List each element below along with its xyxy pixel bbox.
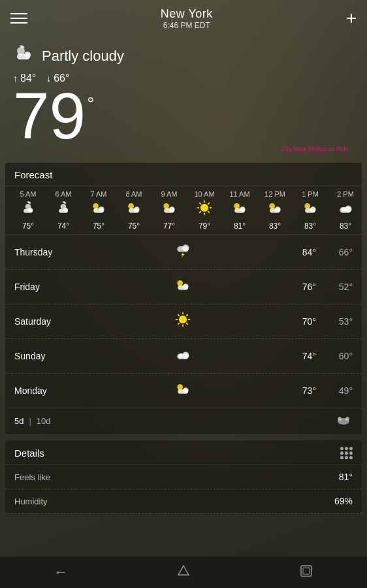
daily-day-name: Thursday [14, 247, 73, 257]
svg-point-43 [182, 245, 189, 252]
svg-point-11 [99, 206, 104, 212]
hourly-item: 12 PM 83° [257, 190, 293, 231]
current-temperature: 79 [13, 83, 86, 148]
app-header: New York 6:46 PM EDT + [0, 0, 367, 37]
hourly-icon [337, 199, 354, 220]
daily-icon [73, 346, 293, 367]
daily-high: 70° [293, 316, 316, 327]
hourly-temp: 79° [199, 221, 210, 231]
10day-link[interactable]: 10d [37, 416, 51, 426]
daily-icon [73, 276, 293, 297]
svg-point-14 [134, 206, 140, 212]
svg-point-47 [183, 284, 189, 290]
hourly-scroll[interactable]: 5 AM 75° 6 AM 74° 7 AM 75° 8 AM 75° 9 AM… [5, 186, 362, 235]
hourly-temp: 83° [304, 221, 316, 231]
hourly-time: 2 PM [337, 190, 354, 198]
daily-day-name: Monday [14, 385, 73, 396]
hourly-time: 10 AM [194, 190, 214, 198]
svg-line-25 [208, 203, 210, 204]
svg-point-9 [93, 203, 99, 209]
condition-label: Partly cloudy [42, 48, 124, 65]
svg-line-53 [178, 315, 180, 317]
svg-point-30 [269, 203, 275, 209]
svg-point-18 [200, 204, 208, 212]
svg-line-24 [208, 211, 210, 213]
detail-item: Feels like 81° [5, 465, 362, 489]
degree-symbol: ° [87, 93, 94, 114]
hourly-time: 5 AM [20, 190, 36, 198]
hourly-time: 12 PM [264, 190, 285, 198]
svg-point-29 [240, 206, 246, 212]
hourly-row: 5 AM 75° 6 AM 74° 7 AM 75° 8 AM 75° 9 AM… [5, 186, 362, 235]
hourly-temp: 75° [22, 221, 34, 231]
hourly-temp: 81° [234, 221, 246, 231]
daily-high: 73° [293, 385, 316, 396]
forecast-period-links: 5d | 10d [14, 416, 51, 426]
daily-row: Saturday 70° 53° [5, 304, 362, 339]
weather-source-icon [334, 414, 353, 429]
svg-point-17 [169, 206, 175, 212]
hourly-temp: 74° [57, 221, 69, 231]
detail-value: 81° [339, 472, 353, 482]
hourly-temp: 83° [340, 221, 351, 231]
hourly-icon [125, 199, 142, 220]
detail-label: Feels like [14, 472, 50, 482]
5day-link[interactable]: 5d [14, 416, 24, 426]
daily-temps: 73° 49° [293, 385, 353, 396]
hourly-icon [55, 199, 72, 220]
hourly-item: 5 AM 75° [10, 190, 46, 231]
daily-row: Thursday 84° 66° [5, 235, 362, 270]
daily-day-name: Saturday [14, 316, 73, 327]
add-location-button[interactable]: + [346, 9, 357, 27]
svg-point-66 [339, 417, 341, 419]
hourly-time: 6 AM [55, 190, 71, 198]
daily-low: 66° [329, 247, 353, 257]
hourly-item: 10 AM 79° [187, 190, 222, 231]
hourly-item: 6 AM 74° [46, 190, 81, 231]
svg-point-27 [234, 203, 240, 209]
daily-temps: 84° 66° [293, 247, 353, 257]
hourly-item: 11 AM 81° [222, 190, 257, 231]
menu-button[interactable] [10, 13, 27, 24]
hourly-item: 8 AM 75° [116, 190, 152, 231]
hourly-icon [266, 199, 283, 220]
svg-point-2 [24, 52, 31, 58]
hourly-temp: 83° [269, 221, 281, 231]
daily-low: 60° [329, 351, 353, 361]
svg-line-54 [186, 323, 188, 325]
svg-point-32 [275, 206, 281, 212]
current-condition-icon [13, 42, 37, 70]
svg-point-59 [179, 354, 184, 359]
details-panel: Details Feels like 81° Humidity 69% [5, 440, 362, 514]
svg-point-62 [183, 388, 189, 394]
daily-icon [73, 311, 293, 332]
hourly-time: 9 AM [161, 190, 177, 198]
hourly-icon [161, 199, 178, 220]
condition-row: Partly cloudy [13, 42, 354, 70]
hourly-time: 7 AM [90, 190, 106, 198]
svg-point-38 [342, 207, 346, 212]
svg-point-8 [63, 208, 68, 212]
detail-label: Humidity [14, 497, 48, 506]
daily-day-name: Friday [14, 282, 73, 292]
svg-point-45 [177, 280, 183, 286]
daily-forecast: Thursday 84° 66° Friday 76° 52° Saturday… [5, 235, 362, 408]
daily-temps: 74° 60° [293, 351, 353, 361]
svg-line-23 [199, 203, 201, 204]
details-grid-icon[interactable] [340, 447, 353, 459]
svg-point-35 [310, 206, 316, 212]
hourly-icon [20, 199, 37, 220]
daily-high: 76° [293, 282, 316, 292]
svg-line-56 [178, 323, 180, 325]
hourly-temp: 75° [93, 221, 104, 231]
daily-high: 84° [293, 247, 316, 257]
current-temp-row: 79 ° [13, 83, 354, 148]
hourly-icon [302, 199, 319, 220]
flickr-link[interactable]: flickr [337, 146, 349, 152]
current-weather-section: Partly cloudy ↑ 84° ↓ 66° 79 ° ©by Mark … [0, 37, 367, 159]
forecast-footer: 5d | 10d [5, 408, 362, 434]
hourly-item: 7 AM 75° [81, 190, 116, 231]
daily-low: 49° [329, 385, 353, 396]
daily-temps: 70° 53° [293, 316, 353, 327]
svg-point-67 [347, 417, 349, 419]
